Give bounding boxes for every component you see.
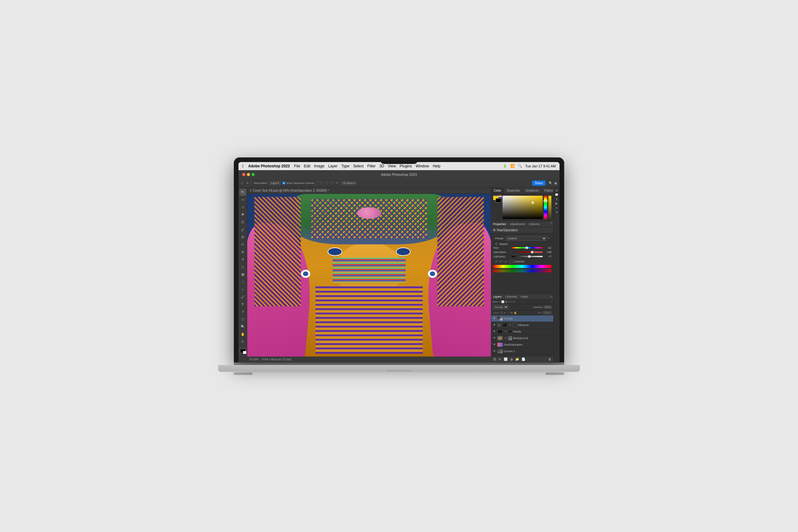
lock-image-icon[interactable]: ✏ [504, 311, 506, 314]
add-mask-icon[interactable]: ⬜ [503, 358, 508, 361]
eyedropper3-icon[interactable]: 🖋- [505, 260, 508, 263]
heal-tool[interactable]: ⊕ [240, 234, 246, 241]
new-layer-icon[interactable]: 📄 [521, 358, 526, 361]
pen-tool[interactable]: 🖊 [240, 293, 246, 301]
eyedropper-tool[interactable]: 🖋 [240, 226, 246, 233]
text-tool[interactable]: T [240, 301, 246, 308]
eyedropper1-icon[interactable]: 🖋 [495, 260, 498, 263]
marquee-tool[interactable]: ▭ [240, 196, 246, 203]
hue-thumb[interactable] [526, 247, 528, 249]
foreground-color-swatch[interactable] [240, 349, 246, 353]
layer-visibility-eye[interactable]: 👁 [493, 336, 496, 340]
filter-pixel-icon[interactable]: ⬜ [501, 301, 505, 303]
tab-gradients[interactable]: Gradients [523, 188, 542, 193]
hue-slider-track[interactable] [512, 247, 543, 248]
preset-menu-icon[interactable]: ≡ [548, 237, 550, 240]
menu-plugins[interactable]: Plugins [400, 164, 412, 168]
color-field[interactable] [502, 196, 543, 219]
filter-adj-icon[interactable]: ◑ [505, 301, 507, 303]
history-brush-tool[interactable]: ↺ [240, 256, 246, 263]
blend-mode-select[interactable]: Normal [493, 305, 509, 309]
clone-stamp-tool[interactable]: ⊛ [240, 249, 246, 255]
menu-window[interactable]: Window [416, 164, 429, 168]
menu-image[interactable]: Image [314, 164, 324, 168]
layer-visibility-eye[interactable]: 👁 [493, 349, 496, 353]
lightness-slider-track[interactable] [512, 256, 543, 257]
menu-edit[interactable]: Edit [304, 164, 310, 168]
layer-row[interactable]: 👁 Hue/Saturation [491, 342, 553, 348]
eraser-tool[interactable]: ◻ [240, 264, 246, 270]
layer-row[interactable]: 👁 ⛓ Hands [491, 328, 553, 335]
layer-visibility-eye[interactable]: 👁 [493, 343, 496, 346]
preset-select[interactable]: Custom [505, 236, 547, 241]
search-icon-top[interactable]: 🔍 [549, 182, 552, 185]
tab-color[interactable]: Color [491, 188, 504, 193]
panel-history-icon[interactable]: ⊡ [555, 189, 558, 192]
alpha-slider[interactable] [548, 196, 551, 219]
layers-panel-collapse[interactable]: ≡ [549, 295, 553, 298]
tab-layers[interactable]: Layers [491, 294, 504, 300]
filter-dropdown-icon[interactable]: ▾ [499, 301, 500, 303]
background-color-swatch[interactable] [243, 351, 247, 354]
fullscreen-button[interactable] [251, 173, 255, 176]
background-swatch[interactable] [496, 198, 501, 203]
shape-tool[interactable]: ⬡ [240, 316, 246, 323]
menu-select[interactable]: Select [353, 164, 363, 168]
lock-artboard-icon[interactable]: ⊞ [511, 311, 513, 314]
dodge-tool[interactable]: ○ [240, 286, 246, 293]
lock-position-icon[interactable]: ↔ [507, 311, 510, 314]
new-group-icon[interactable]: 📁 [515, 358, 520, 361]
lasso-tool[interactable]: ⊃ [240, 204, 246, 211]
panel-chat-icon[interactable]: 💬 [555, 193, 558, 196]
menu-view[interactable]: View [388, 164, 396, 168]
fill-value[interactable]: 100% [543, 311, 551, 315]
panel-text-icon[interactable]: A [555, 206, 557, 209]
panel-actions-icon[interactable]: ▶ [555, 202, 558, 205]
3d-mode-btn[interactable]: 3D Mode ▾ [341, 181, 357, 185]
layer-row[interactable]: 👁 Curves 1 [491, 348, 553, 355]
path-select-tool[interactable]: ↗ [240, 308, 246, 316]
tab-libraries[interactable]: Libraries [527, 221, 542, 227]
tab-swatches[interactable]: Swatches [504, 188, 523, 193]
quick-select-tool[interactable]: ✱ [240, 211, 246, 218]
tab-properties[interactable]: Properties [491, 221, 508, 227]
lightness-thumb[interactable] [528, 255, 531, 258]
minimize-button[interactable] [247, 173, 250, 176]
tab-adjustments[interactable]: Adjustments [508, 221, 527, 227]
color-range-bar[interactable] [493, 265, 551, 268]
filter-toggle[interactable]: ○ [551, 301, 552, 303]
menu-file[interactable]: File [294, 164, 300, 168]
panel-info-icon[interactable]: ℹ [556, 197, 557, 201]
layer-visibility-eye[interactable]: 👁 [493, 323, 496, 327]
colorize-checkbox[interactable] [510, 260, 513, 263]
zoom-tool[interactable]: 🔍 [240, 323, 246, 330]
link-layers-icon[interactable]: ⛓ [493, 358, 497, 361]
filter-shape-icon[interactable]: ⬡ [510, 301, 512, 303]
layer-visibility-eye[interactable]: 👁 [493, 317, 496, 320]
menu-filter[interactable]: Filter [367, 164, 376, 168]
search-icon[interactable]: 🔍 [518, 164, 522, 168]
saturation-thumb[interactable] [531, 251, 533, 253]
layer-visibility-eye[interactable]: 👁 [493, 330, 496, 334]
delete-layer-icon[interactable]: 🗑 [548, 358, 552, 361]
color-range-bar-2[interactable] [493, 269, 551, 272]
menu-type[interactable]: Type [341, 164, 349, 168]
brush-tool[interactable]: ✏ [240, 241, 246, 248]
menu-items[interactable]: File Edit Image Layer Type Select Filter… [294, 164, 440, 168]
prop-panel-collapse[interactable]: ≡ [549, 221, 553, 227]
add-style-icon[interactable]: fx [498, 358, 502, 361]
lock-all-icon[interactable]: 🔒 [514, 311, 517, 314]
panel-extra-icon[interactable]: ≋ [555, 211, 558, 214]
document-tab[interactable]: × Cover Test V8.psd @ 68% (Hue/Saturatio… [247, 188, 491, 194]
tab-channels[interactable]: Channels [504, 294, 519, 300]
move-tool[interactable]: ↖ [240, 189, 246, 196]
saturation-slider-track[interactable] [512, 251, 543, 253]
share-button[interactable]: Share [532, 180, 546, 186]
close-button[interactable] [242, 173, 245, 176]
filter-text-icon[interactable]: T [508, 301, 509, 303]
gradient-tool[interactable]: ▦ [240, 271, 246, 278]
layer-row[interactable]: 👁 Curves [491, 316, 553, 322]
hue-slider[interactable] [544, 196, 547, 219]
layer-select[interactable]: Layer ▾ [269, 181, 281, 185]
new-fill-adj-icon[interactable]: ◑ [509, 358, 513, 361]
